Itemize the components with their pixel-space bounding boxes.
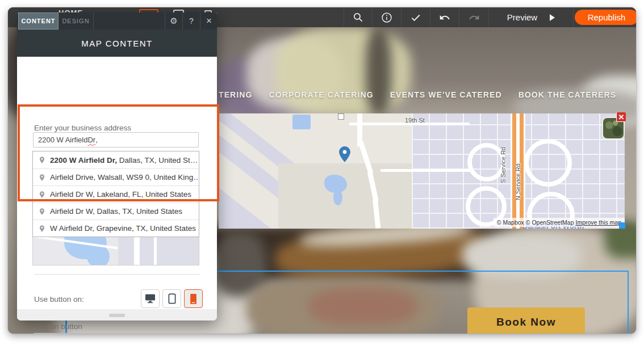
tab-content[interactable]: CONTENT [18,12,58,29]
suggestion-item[interactable]: W Airfield Dr, Grapevine, TX, United Sta… [33,220,199,237]
attribution-text: © Mapbox © OpenStreetMap [497,219,574,226]
close-icon: × [206,15,212,27]
use-on-desktop-button[interactable] [141,289,160,308]
selection-outline-right [628,271,629,334]
redo-icon [469,12,480,23]
tablet-icon [168,293,176,304]
info-button[interactable] [372,7,401,27]
search-button[interactable] [344,7,372,27]
map-street-label: 19th St [405,117,425,124]
preview-button[interactable]: Preview [488,7,574,27]
suggestion-item[interactable]: Airfield Dr W, Dallas, TX, United States [33,203,199,220]
panel-tab-bar: CONTENT DESIGN ⚙ ? × [17,12,217,29]
map-lake [333,189,342,205]
place-icon [38,224,46,233]
place-icon [38,207,46,216]
done-button[interactable] [401,7,430,27]
button-text-input[interactable] [33,333,199,334]
panel-title: MAP CONTENT [17,29,217,57]
tab-design[interactable]: DESIGN [58,12,94,29]
play-icon [550,14,555,21]
map-lake [292,115,311,129]
redo-button[interactable] [459,7,488,27]
text-on-button-label: Text on button [34,322,82,331]
preview-label: Preview [507,12,537,22]
resize-handle[interactable] [619,222,625,229]
suggestion-rest: Airfield Dr W, Dallas, TX, United States [50,207,182,216]
map-road-label-n-service: N Service Rd [515,141,521,200]
help-button[interactable]: ? [182,12,200,29]
desktop-icon [145,294,156,303]
use-on-mobile-button[interactable] [184,289,203,308]
gear-icon: ⚙ [170,16,177,26]
annotation-highlight-box [18,104,219,201]
undo-button[interactable] [430,7,459,27]
suggestion-rest: W Airfield Dr, Grapevine, TX, United Sta… [50,224,196,233]
map-embed[interactable]: 19th St S Service Rd N Service Rd Dallas… [219,113,625,229]
map-cloverleaf-loop [524,139,572,187]
map-anchor-marker[interactable] [338,113,344,120]
use-button-on-label: Use button on: [34,295,84,303]
undo-icon [439,12,450,23]
map-pin-icon [336,142,354,167]
book-now-button[interactable]: Book Now [467,307,585,334]
mobile-icon [190,294,196,304]
nav-item-corporate-catering[interactable]: CORPORATE CATERING [269,90,374,99]
preview-lake [87,245,110,265]
map-road-label-s-service: S Service Rd [500,129,507,183]
check-icon [410,12,421,23]
map-road [380,169,471,172]
settings-button[interactable]: ⚙ [165,12,182,29]
divider [34,274,200,275]
search-icon [353,12,363,23]
selection-outline-top [218,271,629,272]
nav-item-book-caterers[interactable]: BOOK THE CATERERS [518,90,616,99]
improve-map-link[interactable]: Improve this map [575,219,621,226]
panel-drag-handle[interactable] [109,314,125,317]
info-icon [381,12,392,23]
panel-footer [17,309,217,321]
close-button[interactable]: × [200,12,218,29]
nav-item-catering[interactable]: TERING [219,90,253,99]
map-close-button[interactable]: ✕ [616,112,626,122]
use-on-tablet-button[interactable] [162,289,181,308]
editor-window: TERING CORPORATE CATERING EVENTS WE'VE C… [8,7,636,334]
nav-item-events-catered[interactable]: EVENTS WE'VE CATERED [390,90,502,99]
map-parcel [278,163,417,229]
republish-button[interactable]: Republish [575,10,636,25]
site-nav: TERING CORPORATE CATERING EVENTS WE'VE C… [219,90,616,99]
map-attribution: © Mapbox © OpenStreetMap Improve this ma… [494,218,625,227]
